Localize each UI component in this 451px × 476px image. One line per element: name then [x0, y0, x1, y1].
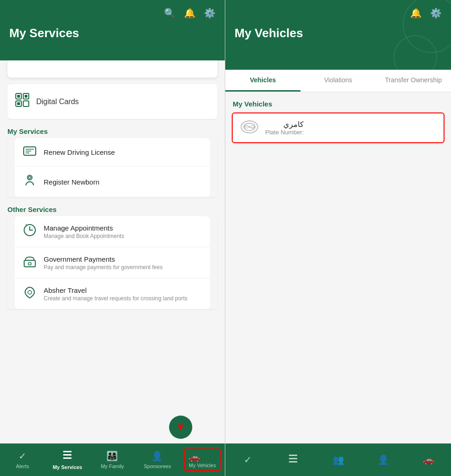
manage-appointments-sublabel: Manage and Book Appointments [44, 233, 124, 239]
nav-alerts-label: Alerts [16, 463, 29, 469]
tab-transfer-ownership-label: Transfer Ownership [385, 76, 442, 84]
government-payments-icon [22, 255, 37, 271]
manage-appointments-label: Manage Appointments [44, 224, 124, 232]
vehicle-plate: Plate Number: [265, 129, 304, 136]
svg-rect-15 [28, 263, 31, 265]
tab-transfer-ownership[interactable]: Transfer Ownership [376, 70, 451, 92]
manage-appointments-icon [22, 224, 37, 239]
right-nav-1-icon: ✓ [244, 454, 252, 465]
absher-travel-sublabel: Create and manage travel requests for cr… [44, 295, 188, 302]
nav-vehicles-label: My Vehicles [189, 463, 216, 468]
right-gear-icon[interactable]: ⚙️ [430, 7, 442, 19]
nav-my-family[interactable]: 👨‍👩‍👧 My Family [90, 450, 135, 469]
driving-license-icon [22, 145, 37, 159]
nav-sponsorees-icon: 👤 [151, 450, 163, 462]
right-nav-3-icon: 👥 [333, 454, 344, 465]
government-payments-label: Government Payments [44, 255, 163, 263]
vehicle-name: كامري [265, 120, 304, 129]
absher-travel-text: Absher Travel Create and manage travel r… [44, 286, 188, 302]
digital-cards-label: Digital Cards [36, 98, 79, 106]
nav-my-family-label: My Family [101, 463, 124, 469]
government-payments-text: Government Payments Pay and manage payme… [44, 255, 163, 271]
absher-travel-item[interactable]: Absher Travel Create and manage travel r… [15, 278, 210, 309]
left-header: 🔍 🔔 ⚙️ My Services [0, 0, 225, 60]
svg-rect-3 [23, 101, 29, 106]
right-nav-1[interactable]: ✓ [225, 454, 270, 465]
arrow-indicator [169, 416, 192, 439]
other-services-list: Manage Appointments Manage and Book Appo… [7, 216, 217, 309]
nav-my-vehicles[interactable]: 🚗 My Vehicles [180, 449, 225, 471]
renew-driving-license-label: Renew Driving License [44, 148, 115, 156]
register-newborn-item[interactable]: Register Newborn [15, 166, 210, 197]
tab-violations[interactable]: Violations [301, 70, 376, 92]
manage-appointments-item[interactable]: Manage Appointments Manage and Book Appo… [15, 216, 210, 247]
absher-travel-label: Absher Travel [44, 286, 188, 294]
digital-cards-item[interactable]: Digital Cards [7, 84, 217, 119]
left-bottom-nav: ✓ Alerts My Services 👨‍👩‍👧 My Family 👤 S… [0, 443, 225, 476]
page-title: My Services [9, 26, 216, 40]
renew-driving-license-item[interactable]: Renew Driving License [15, 138, 210, 166]
nav-sponsorees-label: Sponsorees [144, 463, 171, 469]
left-content: Digital Cards My Services Renew Driving … [0, 78, 225, 476]
svg-point-11 [27, 175, 32, 180]
svg-point-12 [29, 177, 31, 179]
nav-vehicles-icon: 🚗 [189, 452, 200, 462]
svg-rect-19 [63, 457, 72, 459]
right-nav-5[interactable]: 🚗 [406, 454, 451, 465]
tab-vehicles[interactable]: Vehicles [225, 70, 301, 92]
bell-icon[interactable]: 🔔 [184, 7, 196, 19]
nav-sponsorees[interactable]: 👤 Sponsorees [135, 450, 180, 469]
right-bell-icon[interactable]: 🔔 [410, 7, 422, 19]
right-bottom-nav: ✓ 👥 👤 🚗 [225, 443, 451, 476]
my-services-section-label: My Services [0, 119, 225, 138]
right-nav-2[interactable] [270, 454, 315, 466]
nav-alerts[interactable]: ✓ Alerts [0, 450, 45, 469]
svg-rect-17 [63, 451, 72, 452]
search-icon[interactable]: 🔍 [164, 7, 176, 19]
register-newborn-icon [22, 174, 37, 190]
svg-rect-24 [289, 461, 297, 463]
right-header-icons: 🔔 ⚙️ [235, 7, 442, 19]
register-newborn-label: Register Newborn [44, 178, 99, 186]
svg-rect-5 [25, 95, 27, 98]
svg-rect-4 [17, 95, 20, 98]
government-payments-sublabel: Pay and manage payments for government f… [44, 264, 163, 271]
right-nav-4[interactable]: 👤 [361, 454, 406, 465]
svg-rect-23 [289, 458, 297, 459]
right-page-title: My Vehicles [235, 26, 442, 40]
left-phone: 🔍 🔔 ⚙️ My Services Digital Cards [0, 0, 225, 476]
svg-point-16 [28, 291, 32, 294]
right-nav-4-icon: 👤 [378, 454, 389, 465]
nav-my-services[interactable]: My Services [45, 450, 90, 470]
government-payments-item[interactable]: Government Payments Pay and manage payme… [15, 247, 210, 278]
vehicle-card-camry[interactable]: كامري Plate Number: [232, 112, 444, 143]
left-header-icons: 🔍 🔔 ⚙️ [9, 7, 216, 19]
right-nav-3[interactable]: 👥 [315, 454, 360, 465]
svg-rect-22 [289, 455, 297, 456]
nav-my-services-icon [62, 450, 72, 463]
digital-cards-icon [15, 93, 30, 111]
right-header: 🔔 ⚙️ My Vehicles [225, 0, 451, 70]
plate-label: Plate Number: [265, 129, 304, 136]
vehicle-info: كامري Plate Number: [265, 120, 304, 136]
manage-appointments-text: Manage Appointments Manage and Book Appo… [44, 224, 124, 239]
tab-vehicles-label: Vehicles [250, 76, 276, 84]
right-phone: 🔔 ⚙️ My Vehicles Vehicles Violations Tra… [225, 0, 451, 476]
svg-rect-14 [24, 260, 35, 267]
tabs-row: Vehicles Violations Transfer Ownership [225, 70, 451, 93]
right-nav-2-icon [288, 454, 298, 466]
nav-vehicles-box: 🚗 My Vehicles [184, 449, 221, 471]
tab-violations-label: Violations [324, 76, 352, 84]
right-content: My Vehicles كامري Plate Number: [225, 93, 451, 476]
absher-travel-icon [22, 286, 37, 302]
gear-icon[interactable]: ⚙️ [204, 7, 216, 19]
right-nav-5-icon: 🚗 [423, 454, 434, 465]
nav-alerts-icon: ✓ [19, 450, 26, 462]
nav-my-family-icon: 👨‍👩‍👧 [106, 450, 118, 462]
svg-rect-18 [63, 454, 72, 456]
vehicle-logo [240, 120, 259, 136]
vehicles-section-label: My Vehicles [225, 93, 451, 112]
my-services-list: Renew Driving License Register Newborn [7, 138, 217, 197]
nav-my-services-label: My Services [52, 464, 82, 470]
svg-rect-6 [17, 102, 20, 105]
